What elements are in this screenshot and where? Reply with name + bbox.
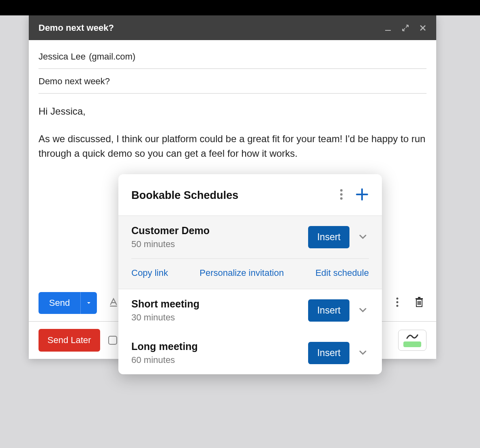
svg-point-19 [340,193,343,196]
svg-rect-6 [416,298,423,299]
body-greeting: Hi Jessica, [39,104,426,119]
svg-point-4 [396,305,399,307]
schedule-item-short-meeting: Short meeting 30 minutes Insert [118,289,382,332]
send-button[interactable]: Send [39,292,97,314]
subject-text: Demo next week? [39,76,110,87]
body-paragraph: As we discussed, I think our platform co… [39,132,426,161]
send-later-button[interactable]: Send Later [39,329,100,352]
personalize-action[interactable]: Personalize invitation [199,268,284,278]
popup-header: Bookable Schedules [118,174,382,215]
send-label: Send [39,298,80,308]
insert-button[interactable]: Insert [308,226,349,248]
svg-rect-1 [110,306,117,307]
minimize-icon[interactable] [384,24,392,32]
bookable-schedules-popup: Bookable Schedules Customer Demo 50 minu… [118,174,382,374]
svg-point-2 [396,298,399,300]
edit-schedule-action[interactable]: Edit schedule [315,268,369,278]
window-title: Demo next week? [39,23,384,33]
schedule-item-customer-demo: Customer Demo 50 minutes Insert [118,215,382,258]
recipient-field[interactable]: Jessica Lee (gmail.com) [39,44,426,69]
more-options-icon[interactable] [393,294,401,311]
expand-icon[interactable] [401,24,409,32]
chevron-down-icon[interactable] [357,346,369,360]
wave-icon [406,334,418,339]
copy-link-action[interactable]: Copy link [131,268,168,278]
send-dropdown-icon[interactable] [80,292,97,314]
svg-rect-7 [418,297,420,298]
svg-point-18 [340,189,343,192]
recipient-name: Jessica Lee [39,51,86,62]
svg-point-20 [340,197,343,200]
trash-icon[interactable] [412,294,426,311]
add-schedule-icon[interactable] [355,188,369,203]
svg-rect-0 [385,30,391,31]
popup-title: Bookable Schedules [131,189,337,202]
schedule-item-long-meeting: Long meeting 60 minutes Insert [118,332,382,374]
insert-button[interactable]: Insert [308,299,349,322]
subject-field[interactable]: Demo next week? [39,69,426,94]
remind-checkbox[interactable] [108,336,117,345]
chevron-down-icon[interactable] [357,230,369,244]
chevron-down-icon[interactable] [357,304,369,318]
schedule-name: Short meeting [131,298,308,310]
svg-point-3 [396,301,399,303]
close-icon[interactable] [419,24,426,32]
schedule-duration: 30 minutes [131,312,308,323]
schedule-actions: Copy link Personalize invitation Edit sc… [118,258,382,289]
schedule-duration: 50 minutes [131,239,308,250]
insert-button[interactable]: Insert [308,342,349,364]
popup-more-icon[interactable] [337,186,345,204]
status-pill [403,341,421,347]
compose-titlebar: Demo next week? [29,15,436,40]
schedule-name: Customer Demo [131,225,308,237]
status-indicator[interactable] [398,330,426,351]
schedule-duration: 60 minutes [131,355,308,365]
recipient-domain: (gmail.com) [89,51,135,62]
schedule-name: Long meeting [131,341,308,352]
